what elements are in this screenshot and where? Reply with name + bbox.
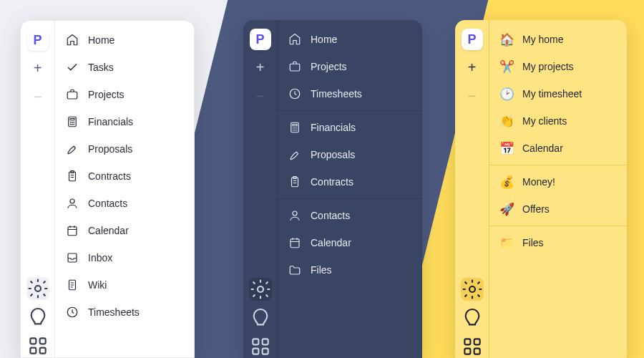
nav-label: Inbox — [88, 252, 112, 263]
nav-divider — [278, 110, 422, 111]
money-emoji-icon: 💰 — [499, 175, 514, 189]
add-button[interactable]: + — [461, 56, 484, 79]
apps-button[interactable] — [26, 334, 49, 357]
nav-proposals[interactable]: Proposals — [278, 141, 422, 168]
nav-files[interactable]: 📁Files — [489, 229, 627, 256]
nav-projects[interactable]: Projects — [55, 81, 194, 108]
sidebar-yellow: P + − 🏠My home ✂️My projects 🕑My timeshe… — [455, 20, 627, 358]
nav-home[interactable]: Home — [278, 26, 422, 53]
nav-label: My home — [522, 34, 564, 45]
clock-icon — [65, 305, 79, 319]
collapse-button[interactable]: − — [26, 85, 49, 108]
nav-contracts[interactable]: Contracts — [55, 163, 194, 190]
apps-button[interactable] — [249, 335, 272, 358]
home-icon — [65, 33, 79, 47]
briefcase-icon — [65, 87, 79, 102]
calendar-emoji-icon: 📅 — [499, 141, 514, 155]
app-logo[interactable]: P — [27, 29, 49, 51]
folder-icon — [288, 263, 302, 277]
nav-label: Calendar — [522, 142, 563, 154]
nav-divider — [278, 198, 422, 199]
nav-my-projects[interactable]: ✂️My projects — [489, 53, 627, 80]
nav-wiki[interactable]: Wiki — [55, 271, 194, 299]
clock-icon — [288, 87, 302, 101]
nav-files[interactable]: Files — [278, 256, 422, 284]
check-icon — [65, 60, 79, 74]
app-logo[interactable]: P — [462, 29, 483, 50]
clipboard-icon — [65, 169, 79, 183]
nav-my-clients[interactable]: 👏My clients — [489, 107, 627, 135]
nav-calendar[interactable]: Calendar — [55, 217, 194, 244]
nav-label: Money! — [522, 176, 555, 188]
nav-projects[interactable]: Projects — [278, 53, 422, 80]
sidebar-rail: P + − — [21, 21, 55, 357]
nav-calendar[interactable]: 📅Calendar — [489, 135, 627, 162]
nav-proposals[interactable]: Proposals — [55, 135, 194, 163]
nav-label: Files — [522, 237, 544, 248]
nav-calendar[interactable]: Calendar — [278, 229, 422, 256]
nav-label: My projects — [522, 61, 574, 72]
nav-contacts[interactable]: Contacts — [55, 190, 194, 217]
settings-button[interactable] — [461, 278, 484, 301]
nav-contracts[interactable]: Contracts — [278, 168, 422, 195]
settings-button[interactable] — [249, 278, 272, 301]
rocket-emoji-icon: 🚀 — [499, 202, 514, 216]
nav-label: Financials — [311, 122, 356, 133]
app-logo[interactable]: P — [250, 29, 271, 50]
theme-button[interactable] — [461, 306, 484, 329]
nav-contacts[interactable]: Contacts — [278, 202, 422, 229]
nav-label: Financials — [88, 116, 133, 127]
sidebar-rail: P + − — [455, 20, 489, 358]
nav-label: Proposals — [88, 143, 132, 155]
home-emoji-icon: 🏠 — [499, 32, 514, 47]
nav-offers[interactable]: 🚀Offers — [489, 195, 627, 223]
theme-button[interactable] — [249, 306, 272, 329]
nav-label: Projects — [311, 61, 347, 72]
clipboard-icon — [288, 175, 302, 189]
calendar-icon — [288, 236, 302, 250]
settings-button[interactable] — [26, 277, 49, 300]
nav-label: Offers — [522, 203, 550, 215]
nav-label: Home — [311, 34, 337, 45]
folder-emoji-icon: 📁 — [499, 236, 514, 250]
nav-timesheets[interactable]: Timesheets — [55, 299, 194, 326]
nav-label: Contacts — [88, 198, 127, 209]
sidebar-dark: P + − Home Projects Timesheets Financial… — [243, 20, 422, 358]
apps-button[interactable] — [461, 335, 484, 358]
nav-financials[interactable]: Financials — [55, 108, 194, 135]
nav-label: Tasks — [88, 62, 114, 73]
add-button[interactable]: + — [26, 57, 49, 79]
sidebar-light: P + − Home Tasks Projects Financials Pro… — [20, 20, 195, 358]
calendar-icon — [65, 223, 79, 238]
nav-financials[interactable]: Financials — [278, 114, 422, 141]
pen-icon — [65, 142, 79, 156]
home-icon — [288, 32, 302, 47]
person-icon — [288, 208, 302, 223]
nav-divider — [489, 165, 627, 165]
nav-my-timesheet[interactable]: 🕑My timesheet — [489, 80, 627, 107]
nav-tasks[interactable]: Tasks — [55, 54, 194, 81]
add-button[interactable]: + — [249, 56, 272, 79]
collapse-button[interactable]: − — [461, 84, 484, 107]
nav-inbox[interactable]: Inbox — [55, 244, 194, 271]
nav-label: My timesheet — [522, 88, 582, 100]
briefcase-icon — [288, 59, 302, 74]
calculator-icon — [288, 120, 302, 135]
nav-home[interactable]: Home — [55, 26, 194, 54]
nav-my-home[interactable]: 🏠My home — [489, 26, 627, 53]
clap-emoji-icon: 👏 — [499, 114, 514, 128]
nav-label: My clients — [522, 115, 567, 127]
nav-timesheets[interactable]: Timesheets — [278, 80, 422, 107]
sidebar-nav: Home Projects Timesheets Financials Prop… — [278, 20, 422, 358]
nav-label: Proposals — [311, 149, 355, 160]
sidebar-rail: P + − — [243, 20, 278, 358]
pen-icon — [288, 147, 302, 162]
nav-label: Calendar — [88, 225, 129, 236]
nav-label: Timesheets — [88, 306, 140, 318]
nav-label: Projects — [88, 89, 125, 100]
doc-icon — [65, 278, 79, 292]
nav-money[interactable]: 💰Money! — [489, 168, 627, 195]
collapse-button[interactable]: − — [249, 84, 272, 107]
calculator-icon — [65, 115, 79, 129]
theme-button[interactable] — [26, 306, 49, 329]
